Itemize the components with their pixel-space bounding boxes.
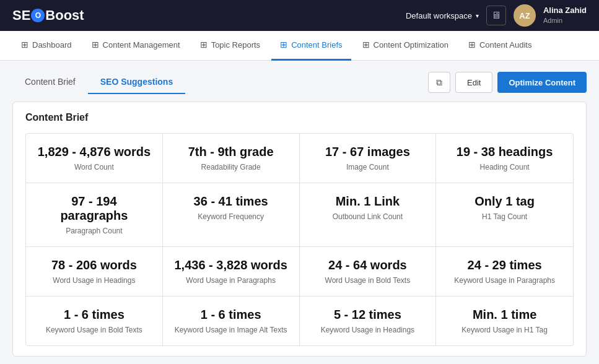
stat-label-13: Keyword Usage in Image Alt Texts (173, 326, 289, 334)
stat-value-10: 24 - 64 words (310, 258, 426, 272)
stat-value-5: 36 - 41 times (173, 194, 289, 209)
stat-cell-14: 5 - 12 times Keyword Usage in Headings (300, 297, 437, 345)
nav-item-content-audits[interactable]: ⊞Content Audits (460, 31, 541, 61)
avatar-initials: AZ (519, 11, 530, 20)
stat-cell-1: 7th - 9th grade Readability Grade (163, 134, 300, 183)
user-role: Admin (543, 16, 587, 25)
logo-boost: Boost (45, 7, 84, 24)
stat-value-8: 78 - 206 words (36, 258, 152, 272)
logo: SEOBoost (12, 7, 84, 24)
stat-label-15: Keyword Usage in H1 Tag (446, 326, 563, 334)
stat-label-10: Word Usage in Bold Texts (310, 276, 426, 285)
tab-bar: Content Brief SEO Suggestions ⧉ Edit Opt… (12, 71, 587, 94)
nav-icon-content-management: ⊞ (92, 40, 99, 50)
stat-cell-5: 36 - 41 times Keyword Frequency (163, 183, 300, 247)
monitor-icon: 🖥 (486, 6, 506, 25)
tab-actions: ⧉ Edit Optimize Content (428, 72, 587, 93)
workspace-selector[interactable]: Default workspace ▾ (406, 11, 479, 20)
stat-cell-9: 1,436 - 3,828 words Word Usage in Paragr… (163, 247, 300, 297)
topbar-right: Default workspace ▾ 🖥 AZ Alina Zahid Adm… (406, 4, 587, 27)
topbar: SEOBoost Default workspace ▾ 🖥 AZ Alina … (0, 0, 599, 31)
stat-cell-7: Only 1 tag H1 Tag Count (436, 183, 573, 247)
nav-icon-content-briefs: ⊞ (280, 40, 287, 50)
nav-label-topic-reports: Topic Reports (211, 40, 260, 50)
stat-label-0: Word Count (36, 163, 152, 171)
tab-seo-suggestions[interactable]: SEO Suggestions (88, 71, 185, 94)
logo-circle: O (31, 9, 45, 22)
avatar: AZ (514, 4, 536, 27)
nav-label-dashboard: Dashboard (32, 40, 72, 50)
stat-cell-4: 97 - 194 paragraphs Paragraph Count (26, 183, 163, 247)
stat-label-1: Readability Grade (173, 163, 289, 171)
stat-label-11: Keyword Usage in Paragraphs (446, 276, 563, 285)
tab-content-brief[interactable]: Content Brief (12, 71, 88, 94)
stat-cell-2: 17 - 67 images Image Count (300, 134, 437, 183)
nav-label-content-briefs: Content Briefs (291, 40, 342, 50)
nav-item-content-briefs[interactable]: ⊞Content Briefs (271, 31, 351, 61)
content-area: Content Brief SEO Suggestions ⧉ Edit Opt… (0, 61, 599, 364)
stat-value-6: Min. 1 Link (310, 194, 426, 209)
stat-value-7: Only 1 tag (446, 194, 563, 209)
tabs: Content Brief SEO Suggestions (12, 71, 185, 94)
nav-item-dashboard[interactable]: ⊞Dashboard (12, 31, 81, 61)
stat-value-3: 19 - 38 headings (446, 145, 563, 159)
chevron-down-icon: ▾ (476, 12, 479, 19)
stat-cell-3: 19 - 38 headings Heading Count (436, 134, 573, 183)
stat-value-4: 97 - 194 paragraphs (36, 194, 152, 223)
nav-icon-content-optimization: ⊞ (362, 40, 370, 50)
stat-cell-12: 1 - 6 times Keyword Usage in Bold Texts (26, 297, 163, 345)
logo-seo: SE (12, 7, 30, 24)
stat-value-11: 24 - 29 times (446, 258, 563, 272)
stat-cell-6: Min. 1 Link Outbound Link Count (300, 183, 437, 247)
copy-button[interactable]: ⧉ (428, 72, 450, 93)
stat-cell-10: 24 - 64 words Word Usage in Bold Texts (300, 247, 437, 297)
stat-label-6: Outbound Link Count (310, 212, 426, 221)
stats-grid: 1,829 - 4,876 words Word Count 7th - 9th… (25, 133, 574, 346)
stat-label-3: Heading Count (446, 163, 563, 171)
stat-cell-13: 1 - 6 times Keyword Usage in Image Alt T… (163, 297, 300, 345)
stat-label-5: Keyword Frequency (173, 212, 289, 221)
stat-cell-8: 78 - 206 words Word Usage in Headings (26, 247, 163, 297)
stat-value-13: 1 - 6 times (173, 308, 289, 322)
stat-value-12: 1 - 6 times (36, 308, 152, 322)
stat-value-15: Min. 1 time (446, 308, 563, 322)
nav-icon-content-audits: ⊞ (468, 40, 476, 50)
stat-cell-0: 1,829 - 4,876 words Word Count (26, 134, 163, 183)
user-name: Alina Zahid (543, 6, 587, 16)
brief-card-title: Content Brief (25, 112, 574, 123)
stat-label-8: Word Usage in Headings (36, 276, 152, 285)
stat-label-2: Image Count (310, 163, 426, 171)
main-nav: ⊞Dashboard⊞Content Management⊞Topic Repo… (0, 31, 599, 61)
edit-button[interactable]: Edit (455, 72, 492, 93)
stat-label-7: H1 Tag Count (446, 212, 563, 221)
stat-value-0: 1,829 - 4,876 words (36, 145, 152, 159)
stat-value-2: 17 - 67 images (310, 145, 426, 159)
brief-card: Content Brief 1,829 - 4,876 words Word C… (12, 102, 587, 357)
stat-label-14: Keyword Usage in Headings (310, 326, 426, 334)
user-info: Alina Zahid Admin (543, 6, 587, 25)
stat-label-12: Keyword Usage in Bold Texts (36, 326, 152, 334)
stat-label-9: Word Usage in Paragraphs (173, 276, 289, 285)
nav-icon-topic-reports: ⊞ (200, 40, 208, 50)
nav-item-topic-reports[interactable]: ⊞Topic Reports (191, 31, 269, 61)
nav-label-content-optimization: Content Optimization (374, 40, 448, 50)
nav-item-content-optimization[interactable]: ⊞Content Optimization (354, 31, 457, 61)
stat-label-4: Paragraph Count (36, 227, 152, 235)
nav-label-content-management: Content Management (103, 40, 180, 50)
optimize-button[interactable]: Optimize Content (497, 72, 587, 93)
stat-value-14: 5 - 12 times (310, 308, 426, 322)
nav-icon-dashboard: ⊞ (21, 40, 28, 50)
workspace-label: Default workspace (406, 11, 472, 20)
stat-cell-11: 24 - 29 times Keyword Usage in Paragraph… (436, 247, 573, 297)
nav-label-content-audits: Content Audits (479, 40, 532, 50)
stat-value-1: 7th - 9th grade (173, 145, 289, 159)
nav-item-content-management[interactable]: ⊞Content Management (83, 31, 189, 61)
stat-cell-15: Min. 1 time Keyword Usage in H1 Tag (436, 297, 573, 345)
stat-value-9: 1,436 - 3,828 words (173, 258, 289, 272)
